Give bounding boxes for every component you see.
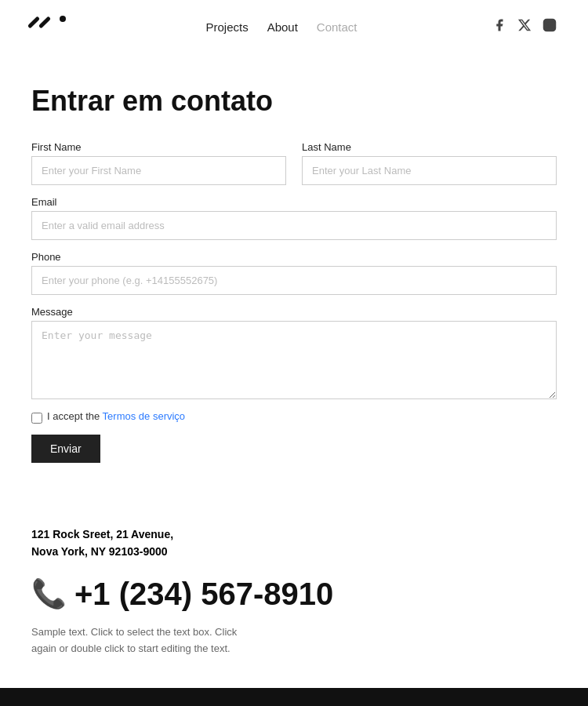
sample-description: Sample text. Click to select the text bo… <box>31 624 557 657</box>
instagram-icon[interactable] <box>543 18 557 35</box>
last-name-group: Last Name <box>302 141 557 185</box>
first-name-group: First Name <box>31 141 286 185</box>
city-line: Nova York, NY 92103-9000 <box>31 543 557 560</box>
nav-social-icons <box>492 18 557 35</box>
logo[interactable] <box>24 11 71 42</box>
main-content: Entrar em contato First Name Last Name E… <box>0 53 588 494</box>
svg-point-5 <box>552 21 554 23</box>
message-row: Message <box>31 306 557 399</box>
facebook-icon[interactable] <box>492 18 506 35</box>
twitter-icon[interactable] <box>517 18 532 35</box>
first-name-label: First Name <box>31 141 286 153</box>
nav-links: Projects About Contact <box>205 20 357 34</box>
name-row: First Name Last Name <box>31 141 557 185</box>
first-name-input[interactable] <box>31 156 286 185</box>
message-input[interactable] <box>31 321 557 399</box>
phone-icon: 📞 <box>31 577 67 610</box>
last-name-label: Last Name <box>302 141 557 153</box>
nav-about[interactable]: About <box>267 20 298 34</box>
email-label: Email <box>31 196 557 208</box>
footer: Número, nome da rua cidade, país, código… <box>0 688 588 706</box>
terms-label: I accept the Termos de serviço <box>47 410 185 422</box>
contact-form: First Name Last Name Email Phone <box>31 141 557 463</box>
email-row: Email <box>31 196 557 240</box>
phone-row-display: 📞 +1 (234) 567-8910 <box>31 577 557 612</box>
phone-label: Phone <box>31 251 557 263</box>
svg-point-4 <box>547 23 552 27</box>
phone-display: +1 (234) 567-8910 <box>74 577 333 612</box>
phone-input[interactable] <box>31 266 557 295</box>
address-section: 121 Rock Sreet, 21 Avenue, Nova York, NY… <box>0 494 588 672</box>
terms-checkbox[interactable] <box>31 413 42 424</box>
last-name-input[interactable] <box>302 156 557 185</box>
email-input[interactable] <box>31 211 557 240</box>
phone-row: Phone <box>31 251 557 295</box>
svg-rect-1 <box>38 16 51 28</box>
submit-button[interactable]: Enviar <box>31 435 100 463</box>
terms-link[interactable]: Termos de serviço <box>103 410 185 422</box>
address-text: 121 Rock Sreet, 21 Avenue, Nova York, NY… <box>31 526 557 561</box>
email-group: Email <box>31 196 557 240</box>
message-label: Message <box>31 306 557 318</box>
svg-rect-0 <box>27 16 40 28</box>
page-title: Entrar em contato <box>31 85 557 118</box>
nav-projects[interactable]: Projects <box>205 20 248 34</box>
svg-point-2 <box>60 16 66 22</box>
street-line: 121 Rock Sreet, 21 Avenue, <box>31 526 557 543</box>
navigation: Projects About Contact <box>0 0 588 53</box>
terms-checkbox-row: I accept the Termos de serviço <box>31 410 557 425</box>
message-group: Message <box>31 306 557 399</box>
phone-group: Phone <box>31 251 557 295</box>
nav-contact[interactable]: Contact <box>317 20 358 34</box>
